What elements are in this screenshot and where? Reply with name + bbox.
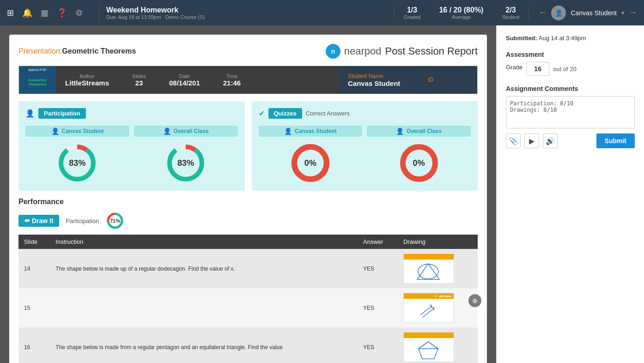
nav-icon-group: ⊞ 🔔 ▦ ❓ ⚙ <box>7 8 83 18</box>
thumb-header-bar <box>404 254 454 260</box>
assignment-title: Weekend Homework <box>106 6 394 14</box>
audio-icon-button[interactable]: 🔊 <box>543 133 558 148</box>
svg-line-14 <box>420 306 432 315</box>
attach-icon-button[interactable]: 📎 <box>506 133 521 148</box>
class-quiz-donut-container: 0% <box>367 142 471 184</box>
participation-cols: 👤 Canvas Student <box>25 126 238 184</box>
drawing-thumbnail[interactable] <box>403 254 454 284</box>
student-name-value: Canvas Student <box>348 79 400 87</box>
drawing-thumbnail-16[interactable] <box>403 332 454 362</box>
class-quiz-col: 👤 Overall Class 0% <box>367 126 471 184</box>
report-panel: Presentation:Geometric Theorems n nearpo… <box>0 25 496 363</box>
time-label: Time <box>223 73 241 79</box>
draw-it-label: Draw It <box>32 217 54 224</box>
average-value: 16 / 20 (80%) <box>439 6 483 14</box>
nearpod-icon: n <box>326 44 340 59</box>
student-participation-header: 👤 Canvas Student <box>25 126 129 137</box>
right-panel: Submitted: Aug 14 at 3:49pm Assessment G… <box>496 25 644 363</box>
comments-textarea[interactable]: Participation: 8/10 Drawings: 8/10 <box>506 96 635 128</box>
slide-number: 16 <box>18 327 50 363</box>
svg-marker-17 <box>419 342 438 349</box>
student-participation-pct: 83% <box>69 158 85 168</box>
class-donut-container: 83% <box>134 142 238 184</box>
student-name-field: Student Name Canvas Student <box>348 73 400 87</box>
post-session-report: Post Session Report <box>385 45 478 57</box>
table-row: 16 The shape below is made from a regula… <box>18 327 478 363</box>
draw-it-participation-donut: 71% <box>106 212 124 230</box>
class-participation-header: 👤 Overall Class <box>134 126 238 137</box>
main-content: Presentation:Geometric Theorems n nearpo… <box>0 25 644 363</box>
col-instruction: Instruction <box>50 235 358 249</box>
class-participation-col: 👤 Overall Class 8 <box>134 126 238 184</box>
class-col-name: Overall Class <box>174 128 209 134</box>
average-label: Average <box>439 14 483 20</box>
table-header-row: Slide Instruction Answer Drawing <box>18 235 478 249</box>
grid-icon[interactable]: ⊞ <box>7 8 14 18</box>
student-donut-container: 83% <box>25 142 129 184</box>
time-value: 21:46 <box>223 79 241 87</box>
quizzes-header: ✔ Quizzes Correct Answers <box>259 108 471 119</box>
prev-arrow-icon[interactable]: ← <box>538 8 547 18</box>
slides-field: Slides 23 <box>132 73 146 87</box>
drawing-cell <box>398 249 478 288</box>
student-quiz-donut: 0% <box>290 142 331 184</box>
col-answer: Answer <box>358 235 398 249</box>
student-quiz-pct: 0% <box>304 158 316 168</box>
arrows-svg <box>416 301 441 321</box>
avatar: 👤 <box>551 6 566 20</box>
bell-icon[interactable]: 🔔 <box>22 8 32 18</box>
class-person-icon: 👤 <box>163 127 171 135</box>
out-of-label: out of 20 <box>553 66 577 73</box>
chart-icon[interactable]: ▦ <box>41 8 49 18</box>
grade-label: Grade <box>506 64 522 71</box>
thumb-content-15 <box>404 299 454 322</box>
draw-it-table-container: Slide Instruction Answer Drawing 14 The … <box>18 235 478 363</box>
participation-badge: Participation <box>38 108 86 119</box>
student-name-label: Student Name <box>348 73 400 79</box>
quizzes-badge: Quizzes <box>268 108 302 119</box>
quizzes-cols: 👤 Canvas Student 0% <box>259 126 471 184</box>
nearpod-logo: n nearpod Post Session Report <box>326 44 478 59</box>
drawing-thumbnail-15[interactable]: ✓ Arrows <box>403 293 454 323</box>
next-arrow-icon[interactable]: → <box>629 8 637 18</box>
comments-label: Assignment Comments <box>506 85 635 92</box>
instruction-text: The shape below is made from a regular p… <box>50 327 358 363</box>
thumbnail: MATH FTF GeometricTheorems <box>19 66 56 94</box>
student-quiz-donut-container: 0% <box>259 142 363 184</box>
average-stat: 16 / 20 (80%) Average <box>439 6 483 20</box>
grade-input[interactable] <box>526 62 549 76</box>
student-label: Student <box>502 14 519 20</box>
presentation-label: Presentation: <box>18 47 62 55</box>
svg-marker-16 <box>419 342 438 359</box>
time-field: Time 21:46 <box>223 73 241 87</box>
submitted-line: Submitted: Aug 14 at 3:49pm <box>506 35 635 42</box>
presentation-name: Geometric Theorems <box>62 47 136 55</box>
student-col-name: Canvas Student <box>62 128 104 134</box>
triangle-svg <box>416 262 441 281</box>
pencil-icon: ✏ <box>24 217 30 224</box>
student-participation-donut: 83% <box>56 142 98 184</box>
media-icon-button[interactable]: ▶ <box>524 133 539 148</box>
info-student-section: Student Name Canvas Student ID <box>339 66 477 94</box>
nav-title-section: Weekend Homework Due: Aug 18 at 11:59pm … <box>106 6 394 20</box>
draw-it-header: ✏ Draw It Participation 71% <box>18 212 478 230</box>
svg-point-13 <box>418 264 438 279</box>
top-navigation: ⊞ 🔔 ▦ ❓ ⚙ Weekend Homework Due: Aug 18 a… <box>0 0 644 25</box>
zoom-button[interactable]: ⊕ <box>468 294 481 307</box>
thumb-content-16 <box>404 338 454 362</box>
slide-number: 15 <box>18 288 50 327</box>
gear-icon[interactable]: ⚙ <box>75 8 83 18</box>
graded-stat: 1/3 Graded <box>404 6 421 20</box>
help-icon[interactable]: ❓ <box>57 8 67 18</box>
draw-it-table: Slide Instruction Answer Drawing 14 The … <box>18 235 478 363</box>
nav-right-section: ← 👤 Canvas Student ▾ → <box>529 6 637 20</box>
person-icon-participation: 👤 <box>25 109 35 118</box>
draw-it-badge: ✏ Draw It <box>18 215 59 227</box>
scroll-indicator[interactable]: ⊕ <box>468 294 481 307</box>
correct-answers-label: Correct Answers <box>306 110 350 117</box>
pentagon-svg <box>416 340 441 360</box>
submit-button[interactable]: Submit <box>596 133 635 148</box>
chevron-down-icon[interactable]: ▾ <box>621 10 624 16</box>
performance-title: Performance <box>18 198 478 206</box>
id-field: ID <box>428 77 433 83</box>
